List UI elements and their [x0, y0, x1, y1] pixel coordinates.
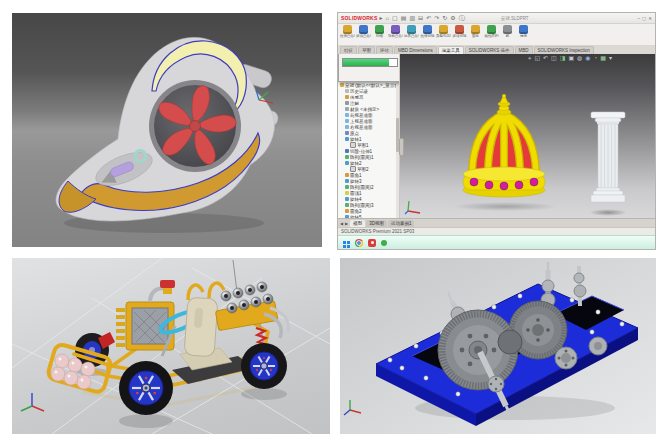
- notes-app-icon[interactable]: [381, 240, 387, 246]
- tree-item[interactable]: 旋转5: [338, 214, 399, 218]
- crown-model[interactable]: [444, 94, 564, 206]
- radiator-cap: [160, 280, 175, 288]
- solidworks-window: SOLIDWORKS ▸⌂▢▤▥⊟↶↷↻⚙ⓘ 皇冠.SLDPRT –▢✕ 拉伸凸…: [337, 12, 656, 250]
- column-model[interactable]: [588, 110, 628, 206]
- cut-icon: [345, 149, 349, 153]
- ribbon-tab-solidworks-addins[interactable]: SOLIDWORKS 插件: [465, 46, 514, 54]
- revolve-icon: [345, 161, 349, 165]
- document-title: 皇冠.SLDPRT: [501, 16, 529, 21]
- ribbon-tab-evaluate[interactable]: 评估: [376, 46, 393, 54]
- ribbon-tab-solidworks-inspection[interactable]: SOLIDWORKS Inspection: [534, 46, 594, 54]
- redo-icon[interactable]: ↷: [434, 15, 439, 21]
- model-tab[interactable]: 模型: [350, 220, 365, 227]
- ribbon-tab-features[interactable]: 特征: [340, 46, 357, 54]
- titlebar: SOLIDWORKS ▸⌂▢▤▥⊟↶↷↻⚙ⓘ 皇冠.SLDPRT –▢✕: [338, 13, 655, 24]
- revolved-boss-button[interactable]: 旋转凸台/基体: [356, 25, 371, 44]
- annotation-views-icon[interactable]: ◨: [560, 55, 566, 61]
- undo-icon[interactable]: ↶: [426, 15, 431, 21]
- solidworks-logo: SOLIDWORKS: [341, 16, 377, 21]
- previous-view-icon[interactable]: ↶: [543, 55, 548, 61]
- fan-duct: [149, 80, 241, 172]
- quick-access-toolbar: ▸⌂▢▤▥⊟↶↷↻⚙ⓘ: [379, 15, 464, 21]
- print-icon[interactable]: ⊟: [418, 15, 423, 21]
- rib-button[interactable]: 筋: [500, 25, 515, 44]
- shell-button[interactable]: 抽壳: [516, 25, 531, 44]
- new-document-icon[interactable]: ▢: [392, 15, 398, 21]
- windows-taskbar: [338, 235, 655, 249]
- hole-wizard-icon: [439, 25, 448, 34]
- progress-fill: [343, 59, 389, 66]
- save-icon[interactable]: ▥: [409, 15, 415, 21]
- graphics-viewport[interactable]: ⌖◱↶◫◨▣◍◉◔▦▾: [400, 54, 655, 218]
- revolved-boss-icon: [359, 25, 368, 34]
- revolve-icon: [345, 215, 349, 218]
- history-icon: [345, 89, 349, 93]
- open-document-icon[interactable]: ▤: [401, 15, 407, 21]
- seat: [180, 297, 232, 370]
- command-manager-ribbon: 拉伸凸台/基体旋转凸台/基体扫描放样凸台/基体边界凸台/基体拉伸切除异型孔向导旋…: [338, 24, 655, 46]
- view-settings-icon[interactable]: ▾: [609, 55, 612, 61]
- rebuild-icon[interactable]: ↻: [442, 15, 447, 21]
- windows-start-icon[interactable]: [343, 241, 346, 244]
- ribbon-tab-render-tools[interactable]: 渲染工具: [438, 46, 464, 54]
- home-icon[interactable]: ⌂: [385, 15, 389, 21]
- close-button[interactable]: ✕: [648, 16, 652, 21]
- sensors-icon: [345, 95, 349, 99]
- display-style-icon[interactable]: ◍: [577, 55, 582, 61]
- hole-wizard-button[interactable]: 异型孔向导: [436, 25, 451, 44]
- menu-arrow-icon[interactable]: ▸: [379, 15, 382, 21]
- ribbon-tab-sketch[interactable]: 草图: [358, 46, 375, 54]
- boundary-boss-icon: [407, 25, 416, 34]
- tree-item[interactable]: 皇冠 (默认<<默认>_显示状态 1>): [338, 82, 399, 88]
- dome-icon: [345, 191, 349, 195]
- model-tab[interactable]: 运动算例1: [388, 220, 415, 227]
- media-app-icon[interactable]: [368, 239, 376, 247]
- extruded-boss-button[interactable]: 拉伸凸台/基体: [340, 25, 355, 44]
- sketch-icon: [350, 142, 356, 148]
- edit-appearance-icon[interactable]: ◔: [594, 55, 598, 61]
- browser-icon[interactable]: [355, 239, 363, 247]
- linear-pattern-button[interactable]: 线性阵列: [484, 25, 499, 44]
- fillet-icon: [345, 173, 349, 177]
- zoom-fit-icon[interactable]: ⌖: [528, 55, 531, 61]
- model-tab[interactable]: 3D视图: [366, 220, 387, 227]
- panel-splitter[interactable]: [399, 138, 404, 156]
- radiator: [116, 280, 175, 350]
- view-orientation-icon[interactable]: ▣: [568, 55, 574, 61]
- gearbox-render: [340, 258, 656, 434]
- viewport-triad: [404, 199, 422, 215]
- rib-icon: [503, 25, 512, 34]
- lofted-boss-button[interactable]: 放样凸台/基体: [388, 25, 403, 44]
- apply-scene-icon[interactable]: ▦: [600, 55, 606, 61]
- aircraft-render: [12, 13, 322, 247]
- options-icon[interactable]: ⚙: [450, 15, 455, 21]
- plane-icon: [345, 119, 349, 123]
- extruded-cut-button[interactable]: 拉伸切除: [420, 25, 435, 44]
- pattern-icon: [345, 155, 349, 159]
- gokart-render: [12, 258, 330, 434]
- window-controls: –▢✕: [637, 16, 652, 21]
- ribbon-tab-mbd[interactable]: MBD: [515, 46, 533, 54]
- hide-show-items-icon[interactable]: ◉: [585, 55, 590, 61]
- section-view-icon[interactable]: ◫: [551, 55, 557, 61]
- maximize-button[interactable]: ▢: [642, 16, 646, 21]
- revolved-cut-button[interactable]: 旋转切除: [452, 25, 467, 44]
- zoom-area-icon[interactable]: ◱: [534, 55, 540, 61]
- pattern-icon: [345, 185, 349, 189]
- origin-icon: [345, 131, 349, 135]
- material-icon: [345, 107, 349, 111]
- boundary-boss-button[interactable]: 边界凸台/基体: [404, 25, 419, 44]
- crown-finial: [497, 94, 511, 115]
- minimize-button[interactable]: –: [637, 16, 640, 21]
- fillet-button[interactable]: 圆角: [468, 25, 483, 44]
- engine: [215, 282, 288, 338]
- tab-scroll-left-icon[interactable]: ◀: [340, 221, 343, 226]
- column-shadow: [589, 209, 627, 216]
- origin-triad: [21, 393, 44, 411]
- help-icon[interactable]: ⓘ: [459, 15, 465, 21]
- tab-scroll-right-icon[interactable]: ▶: [345, 221, 348, 226]
- gearbox-panel: [340, 258, 656, 434]
- extruded-boss-icon: [343, 25, 352, 34]
- ribbon-tab-mbd-dimensions[interactable]: MBD Dimensions: [394, 46, 437, 54]
- swept-boss-button[interactable]: 扫描: [372, 25, 387, 44]
